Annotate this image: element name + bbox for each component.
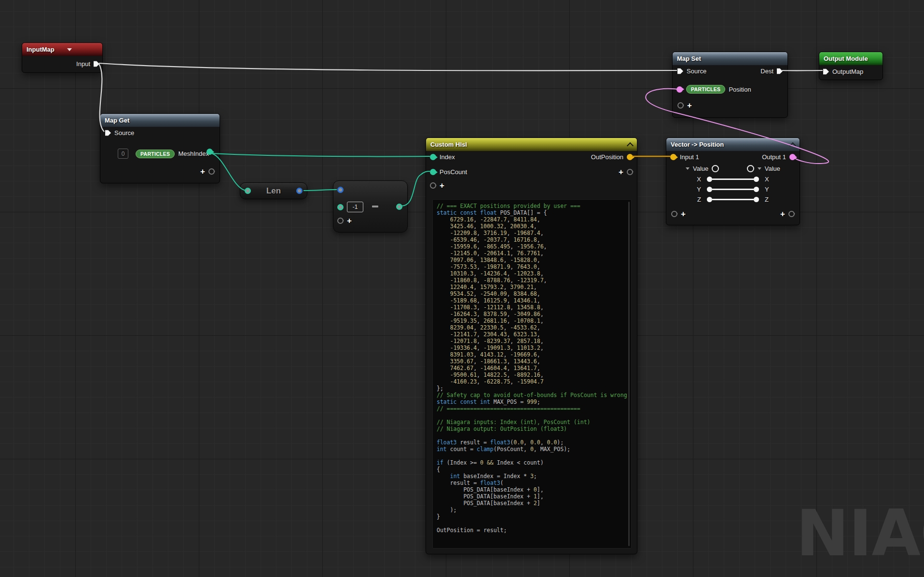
group-label: Value (693, 165, 708, 172)
component-link-wire (712, 189, 754, 190)
add-pin-row: + (619, 169, 633, 175)
pin-row-meshindex: 0 PARTICLES MeshIndex (118, 149, 209, 159)
pin-row-source: Source (105, 129, 134, 137)
len-output-pin-icon[interactable] (296, 188, 303, 194)
hlsl-code-editor[interactable]: // === EXACT positions provided by user … (432, 199, 632, 549)
node-map-get[interactable]: Map Get Source 0 PARTICLES MeshIndex + (100, 113, 220, 183)
vector-output-pin-icon[interactable] (627, 154, 633, 160)
node-input-map[interactable]: InputMap Input (22, 42, 103, 73)
pin-label: Input 1 (680, 153, 699, 161)
chevron-down-icon[interactable] (686, 167, 690, 170)
node-output-module[interactable]: Output Module OutputMap (819, 52, 883, 80)
subtract-input-a-pin-icon[interactable] (337, 187, 344, 193)
component-link-wire (712, 179, 754, 180)
subtract-input-b-pin-icon[interactable] (337, 204, 344, 210)
node-len[interactable]: Len (240, 182, 307, 199)
add-pin-button[interactable]: + (681, 211, 686, 217)
component-label: Z (765, 196, 772, 203)
node-map-set-title: Map Set (677, 55, 701, 62)
pin-label: PosCount (440, 168, 467, 176)
pin-row-index: Index (430, 153, 455, 161)
node-output-module-header[interactable]: Output Module (819, 52, 883, 65)
node-map-set[interactable]: Map Set Source Dest PARTICLES Position + (672, 52, 788, 118)
subtract-output-pin-icon[interactable] (396, 204, 402, 210)
exec-output-pin-icon[interactable] (777, 68, 783, 74)
ghost-pin-icon[interactable] (208, 168, 215, 175)
chevron-down-icon[interactable] (758, 167, 761, 170)
component-row-y: Y Y (693, 186, 772, 193)
node-input-map-header[interactable]: InputMap (22, 43, 102, 56)
exec-input-pin-icon[interactable] (823, 69, 829, 75)
pin-row-source: Source (677, 68, 706, 75)
default-value-box[interactable]: 0 (118, 149, 128, 159)
node-custom-hlsl-header[interactable]: Custom Hlsl (426, 138, 637, 151)
value-pin-icon[interactable] (712, 165, 719, 172)
component-row-x: X X (693, 176, 772, 183)
add-pin-row: + (677, 102, 692, 109)
component-dot-icon[interactable] (707, 187, 712, 192)
node-vector-to-position[interactable]: Vector -> Position Input 1 Output 1 Valu… (666, 137, 800, 225)
node-output-module-title: Output Module (824, 55, 868, 62)
component-label: Y (693, 186, 701, 193)
ghost-pin-icon[interactable] (337, 218, 344, 224)
pin-row-input: Input (76, 60, 99, 68)
pin-label: Source (687, 68, 706, 75)
pin-row-output1: Output 1 (762, 153, 796, 161)
wire-len-to-subtract[interactable] (303, 190, 337, 191)
node-subtract[interactable]: -1 + (333, 180, 408, 233)
exec-input-pin-icon[interactable] (105, 130, 111, 136)
add-pin-row: + (337, 218, 352, 224)
add-pin-button[interactable]: + (347, 218, 352, 224)
hlsl-code[interactable]: // === EXACT positions provided by user … (433, 200, 631, 534)
group-label: Value (765, 165, 780, 172)
int-input-pin-icon[interactable] (430, 169, 436, 175)
node-vector-to-position-header[interactable]: Vector -> Position (666, 138, 800, 151)
node-input-map-title: InputMap (27, 46, 55, 53)
dropdown-icon[interactable] (67, 48, 72, 51)
pin-label: Position (729, 86, 751, 93)
pin-label: Input (76, 60, 90, 68)
add-pin-button[interactable]: + (200, 168, 205, 175)
wire-inputmap-to-mapset[interactable] (99, 63, 677, 70)
pin-row-position: PARTICLES Position (676, 85, 751, 94)
node-map-get-header[interactable]: Map Get (100, 114, 220, 127)
add-pin-button[interactable]: + (619, 169, 623, 175)
value-group-left: Value (686, 165, 719, 172)
add-pin-button[interactable]: + (687, 102, 692, 109)
ghost-pin-icon[interactable] (627, 169, 633, 175)
add-pin-row: + (671, 211, 686, 217)
node-custom-hlsl[interactable]: Custom Hlsl Index PosCount + OutPosition… (426, 137, 637, 554)
node-map-set-header[interactable]: Map Set (673, 52, 787, 65)
vector-input-pin-icon[interactable] (670, 154, 676, 160)
ghost-pin-icon[interactable] (671, 211, 677, 217)
value-pin-icon[interactable] (747, 165, 754, 172)
subtract-value-box[interactable]: -1 (347, 202, 363, 212)
component-label: X (765, 176, 772, 183)
component-dot-icon[interactable] (754, 177, 759, 182)
add-pin-button[interactable]: + (780, 211, 785, 217)
pin-label: Index (440, 153, 455, 161)
ghost-pin-icon[interactable] (677, 102, 684, 109)
int-input-pin-icon[interactable] (430, 154, 436, 160)
namespace-badge: PARTICLES (136, 150, 175, 158)
position-output-pin-icon[interactable] (789, 154, 796, 160)
pin-row-dest: Dest (760, 68, 783, 75)
collapse-icon[interactable] (627, 142, 634, 149)
component-dot-icon[interactable] (754, 187, 759, 192)
component-dot-icon[interactable] (754, 197, 759, 202)
pin-row-input1: Input 1 (670, 153, 699, 161)
add-pin-button[interactable]: + (440, 182, 444, 189)
exec-input-pin-icon[interactable] (677, 68, 683, 74)
pin-row-outputmap: OutputMap (823, 68, 863, 75)
component-dot-icon[interactable] (707, 177, 712, 182)
wire-meshindex-to-index[interactable] (212, 153, 430, 156)
len-input-pin-icon[interactable] (245, 188, 251, 194)
component-label: Y (765, 186, 772, 193)
node-len-title: Len (266, 186, 281, 196)
ghost-pin-icon[interactable] (788, 211, 795, 217)
niagara-graph-canvas[interactable]: NIAGARA InputMap Input Map Get Source 0 … (0, 0, 924, 577)
component-link-wire (712, 199, 754, 200)
pin-label: Output 1 (762, 153, 786, 161)
ghost-pin-icon[interactable] (430, 182, 436, 189)
component-dot-icon[interactable] (707, 197, 712, 202)
